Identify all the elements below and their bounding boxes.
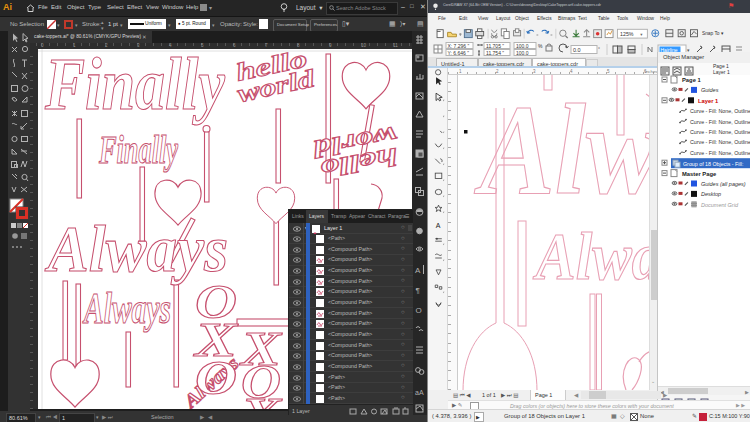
svg-text:Always: Always — [82, 283, 171, 333]
svg-text:11.754 ”: 11.754 ” — [486, 50, 504, 56]
svg-text:Curve - Fill: None, Outline: Curve - Fill: None, Outline — [690, 150, 750, 156]
svg-text:Snap To ▾: Snap To ▾ — [702, 31, 724, 36]
svg-text:Guides (all pages): Guides (all pages) — [701, 181, 746, 187]
svg-text:Curve - Fill: None, Outline: Curve - Fill: None, Outline — [690, 129, 750, 135]
svg-text:Desktop: Desktop — [701, 191, 721, 197]
svg-text:O: O — [195, 351, 237, 404]
svg-text:Y: 6.646 ”: Y: 6.646 ” — [448, 50, 470, 56]
svg-text:Finally: Finally — [98, 126, 178, 172]
svg-text:100.0: 100.0 — [516, 43, 529, 49]
svg-text:11.705 ”: 11.705 ” — [486, 43, 504, 49]
svg-text:Curve - Fill: None, Outline: Curve - Fill: None, Outline — [690, 139, 750, 145]
svg-text:Guides: Guides — [701, 87, 719, 93]
svg-text:%: % — [538, 43, 543, 49]
svg-text:Group of 18 Objects - Fill:: Group of 18 Objects - Fill: — [683, 161, 743, 167]
svg-text:0.0: 0.0 — [573, 47, 581, 53]
svg-text:125%: 125% — [620, 31, 634, 37]
svg-text:O: O — [416, 306, 422, 315]
svg-text:A: A — [415, 266, 421, 275]
svg-text:Always: Always — [533, 218, 649, 294]
svg-text:X: X — [239, 388, 283, 409]
svg-text:Finally: Finally — [44, 49, 226, 125]
svg-text:Curve - Fill: None, Outline: Curve - Fill: None, Outline — [690, 108, 750, 114]
svg-text:¶: ¶ — [416, 286, 420, 295]
svg-text:aA: aA — [415, 389, 424, 396]
svg-text:Page 1: Page 1 — [682, 77, 701, 83]
svg-text:Document Grid: Document Grid — [701, 202, 739, 208]
svg-text:Always: Always — [474, 77, 649, 221]
svg-text:Master Page: Master Page — [682, 171, 717, 177]
svg-text:°: ° — [598, 46, 600, 52]
svg-text:X: 7.296 ”: X: 7.296 ” — [448, 43, 470, 49]
svg-text:Curve - Fill: None, Outline: Curve - Fill: None, Outline — [690, 119, 750, 125]
svg-text:Layer 1: Layer 1 — [698, 98, 719, 104]
svg-text:100.0: 100.0 — [516, 50, 529, 56]
svg-text:A: A — [436, 222, 441, 229]
